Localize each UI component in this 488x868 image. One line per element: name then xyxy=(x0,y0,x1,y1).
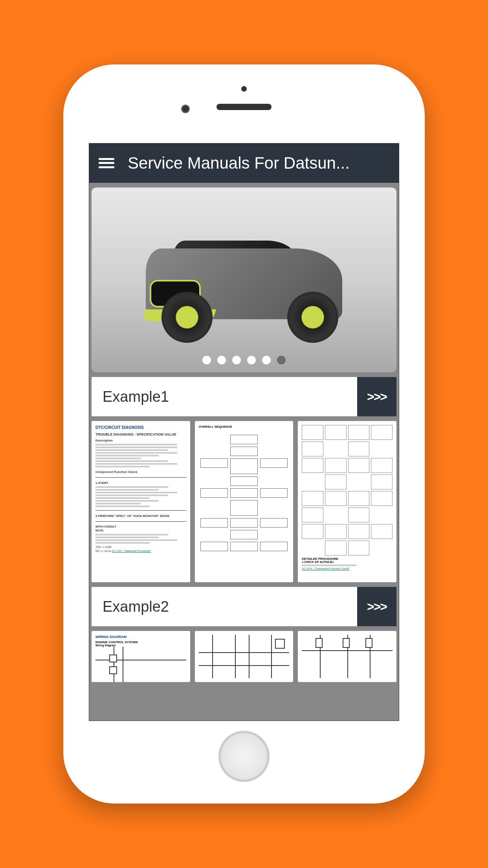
thumbnail-row: WIRING DIAGRAM ENGINE CONTROL SYSTEM Wir… xyxy=(92,631,396,682)
wiring-diagram xyxy=(302,635,393,678)
main-content[interactable]: Example1 >>> DTC/CIRCUIT DIAGNOSIS TROUB… xyxy=(89,183,399,721)
menu-icon[interactable] xyxy=(97,154,116,173)
more-button[interactable]: >>> xyxy=(357,587,396,626)
pagination-dot[interactable] xyxy=(232,356,241,364)
pagination-dot[interactable] xyxy=(262,356,271,364)
manual-thumbnail[interactable] xyxy=(195,631,294,682)
app-screen: Service Manuals For Datsun... xyxy=(89,143,399,721)
phone-sensor xyxy=(241,86,247,92)
doc-subheading: TROUBLE DIAGNOSIS - SPECIFICATION VALUE xyxy=(95,432,186,437)
wiring-diagram xyxy=(95,647,186,682)
manual-thumbnail[interactable]: WIRING DIAGRAM ENGINE CONTROL SYSTEM Wir… xyxy=(92,631,190,682)
carousel-pagination xyxy=(202,356,286,364)
car-image xyxy=(126,217,362,343)
app-title: Service Manuals For Datsun... xyxy=(128,154,350,173)
manual-thumbnail[interactable]: DTC/CIRCUIT DIAGNOSIS TROUBLE DIAGNOSIS … xyxy=(92,421,190,582)
manual-thumbnail[interactable] xyxy=(298,631,396,682)
phone-speaker xyxy=(216,104,272,110)
section-title: Example2 xyxy=(92,598,357,615)
procedure-diagram xyxy=(302,425,393,555)
flowchart-diagram xyxy=(199,431,290,555)
phone-device-frame: Service Manuals For Datsun... xyxy=(63,64,425,804)
thumbnail-row: DTC/CIRCUIT DIAGNOSIS TROUBLE DIAGNOSIS … xyxy=(92,421,396,582)
section-header-example1: Example1 >>> xyxy=(92,377,396,416)
doc-heading: DTC/CIRCUIT DIAGNOSIS xyxy=(95,425,186,430)
pagination-dot-active[interactable] xyxy=(277,356,286,364)
home-button[interactable] xyxy=(218,731,270,782)
phone-camera xyxy=(181,105,190,113)
pagination-dot[interactable] xyxy=(247,356,256,364)
manual-thumbnail[interactable]: DETAILED PROCEDURE 1.CHECK A/F ALPHA-B1 … xyxy=(298,421,396,582)
app-bar: Service Manuals For Datsun... xyxy=(89,143,399,183)
pagination-dot[interactable] xyxy=(202,356,211,364)
wiring-diagram xyxy=(199,635,290,678)
section-title: Example1 xyxy=(92,388,357,405)
more-button[interactable]: >>> xyxy=(357,377,396,416)
pagination-dot[interactable] xyxy=(217,356,226,364)
manual-thumbnail[interactable]: OVERALL SEQUENCE xyxy=(195,421,294,582)
section-header-example2: Example2 >>> xyxy=(92,587,396,626)
hero-carousel[interactable] xyxy=(92,188,396,372)
